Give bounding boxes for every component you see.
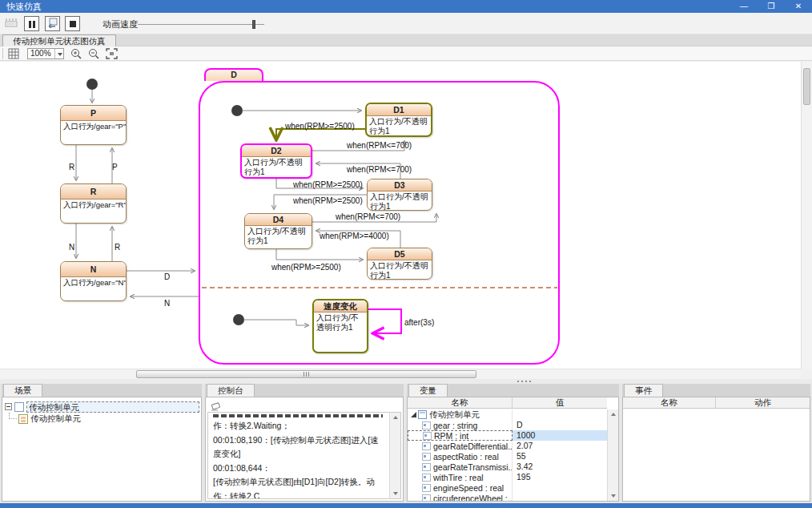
state-p-entry: 入口行为/gear="P"	[61, 121, 126, 132]
transition-label-d-n: N	[164, 299, 170, 308]
zoom-level-value: 100%	[30, 49, 51, 58]
variable-row[interactable]: aspectRatio : real 55	[408, 451, 607, 462]
grid-toggle-button[interactable]	[8, 48, 19, 62]
vertical-scroll-thumb[interactable]	[803, 68, 810, 105]
state-d4-entry: 入口行为/不透明行为1	[245, 226, 312, 246]
state-p-title: P	[61, 106, 126, 121]
tab-statechart-simulation[interactable]: 传动控制单元状态图仿真	[2, 34, 116, 46]
bottom-panels: 场景 传动控制单元 传动控制单元 控制台	[0, 384, 812, 503]
console-scrollbar[interactable]	[389, 413, 400, 498]
field-icon	[422, 421, 431, 429]
eraser-icon	[211, 402, 222, 411]
state-d2[interactable]: D2 入口行为/不透明行为1	[240, 143, 312, 179]
console-panel: 控制台 作：转换2.Waiting； 00:01:08,190：[传动控制单元状…	[205, 384, 404, 503]
state-d3[interactable]: D3 入口行为/不透明行为1	[367, 179, 432, 211]
run-button[interactable]	[3, 16, 18, 31]
scroll-up-icon[interactable]	[611, 413, 616, 416]
scroll-up-icon[interactable]	[393, 416, 398, 419]
close-button[interactable]: ✕	[788, 0, 809, 13]
transition-label-d1-d2: when(RPM>=2500)	[285, 122, 355, 131]
transition-label-d5-d4: when(RPM>=4000)	[320, 232, 389, 240]
step-button[interactable]	[45, 16, 60, 31]
stop-button[interactable]	[65, 16, 80, 31]
toolbar-divider	[2, 48, 3, 59]
main-toolbar: 动画速度	[0, 13, 812, 34]
scene-panel: 场景 传动控制单元 传动控制单元	[2, 384, 202, 503]
state-d5[interactable]: D5 入口行为/不透明行为1	[367, 248, 432, 280]
zoom-in-button[interactable]	[70, 48, 82, 62]
tab-events[interactable]: 事件	[624, 384, 663, 397]
titlebar: 快速仿真 — ❐ ✕	[0, 0, 812, 13]
events-header: 名称 动作	[623, 397, 810, 409]
variables-scrollbar[interactable]	[607, 409, 618, 501]
zoom-out-icon	[88, 48, 99, 59]
field-icon	[422, 484, 431, 492]
splitter-grip-icon	[517, 381, 531, 382]
transition-label-d4-d3: when(RPM<=700)	[336, 212, 400, 221]
state-n[interactable]: N 入口行为/gear="N"	[60, 261, 127, 301]
variable-row[interactable]: gearRateTransmissi... 3.42	[408, 462, 607, 472]
tab-scene[interactable]: 场景	[3, 384, 42, 397]
variable-row[interactable]: circuferenceWheel :...	[408, 493, 607, 501]
state-r[interactable]: R 入口行为/gear="R"	[60, 183, 127, 224]
tab-console[interactable]: 控制台	[207, 384, 255, 397]
state-speed-change-title: 速度变化	[314, 300, 367, 312]
console-log: 作：转换2.Waiting； 00:01:08,190：[传动控制单元状态图]进…	[208, 413, 389, 498]
state-d1[interactable]: D1 入口行为/不透明行为1	[365, 103, 432, 137]
state-d2-entry: 入口行为/不透明行为1	[242, 157, 311, 177]
variable-root-label: 传动控制单元	[429, 409, 480, 420]
horizontal-scroll-thumb[interactable]	[136, 370, 476, 378]
transition-label-d2-d3: when(RPM>=2500)	[293, 180, 363, 189]
state-d5-title: D5	[368, 248, 432, 260]
state-d3-title: D3	[368, 179, 432, 192]
variable-row[interactable]: engineSpeed : real	[408, 482, 607, 493]
fit-to-window-button[interactable]	[106, 48, 118, 62]
canvas-horizontal-scrollbar[interactable]	[0, 369, 801, 379]
scene-tree-child-label: 传动控制单元	[30, 413, 81, 425]
collapse-icon[interactable]	[5, 403, 12, 410]
speed-slider-thumb[interactable]	[252, 20, 255, 29]
field-icon	[422, 494, 431, 502]
zoom-in-icon	[70, 48, 82, 59]
variable-row-selected[interactable]: RPM : int 1000	[408, 430, 607, 441]
scene-tree-root[interactable]: 传动控制单元	[2, 401, 201, 413]
animation-speed-label: 动画速度	[103, 18, 138, 30]
tree-connector	[9, 413, 17, 419]
fit-to-window-icon	[106, 48, 118, 59]
log-line: 作：转换2.Waiting；	[213, 419, 384, 433]
diagram-canvas[interactable]: D P 入口行为/gear="P" R 入口行为/gear="R" N 入口行为…	[0, 62, 801, 369]
scene-tree-child[interactable]: 传动控制单元	[2, 413, 201, 425]
expand-triangle-icon[interactable]	[411, 412, 416, 417]
variable-row-root[interactable]: 传动控制单元	[408, 409, 607, 420]
field-icon	[422, 442, 431, 450]
pause-button[interactable]	[24, 16, 39, 31]
state-n-entry: 入口行为/gear="N"	[61, 277, 126, 288]
variable-row[interactable]: withTire : real 195	[408, 472, 607, 482]
events-panel: 事件 名称 动作	[622, 384, 810, 503]
speed-slider-track[interactable]	[138, 24, 264, 25]
zoom-level-select[interactable]: 100%	[27, 48, 64, 59]
tab-variables[interactable]: 变量	[408, 384, 448, 397]
variable-row[interactable]: gearRateDifferential.. 2.07	[408, 441, 607, 451]
scroll-down-icon[interactable]	[611, 494, 616, 498]
events-col-action: 动作	[716, 397, 810, 408]
state-d-tab[interactable]: D	[204, 68, 263, 81]
scroll-down-icon[interactable]	[393, 492, 398, 495]
restore-button[interactable]: ❐	[761, 0, 782, 13]
minimize-button[interactable]: —	[734, 0, 754, 13]
transition-label-d2-d1: when(RPM<=700)	[347, 141, 412, 150]
transition-label-p-r: R	[69, 163, 74, 171]
field-icon	[422, 463, 431, 471]
state-d1-title: D1	[367, 104, 431, 116]
stop-icon	[70, 21, 76, 27]
state-n-title: N	[61, 262, 126, 277]
variables-col-name: 名称	[408, 397, 513, 408]
canvas-vertical-scrollbar[interactable]	[801, 62, 812, 369]
state-d4-title: D4	[245, 214, 312, 226]
state-speed-change[interactable]: 速度变化 入口行为/不透明行为1	[312, 299, 368, 353]
window-title: 快速仿真	[6, 1, 42, 13]
variable-row[interactable]: gear : string D	[408, 420, 607, 430]
zoom-out-button[interactable]	[88, 48, 99, 62]
state-d4[interactable]: D4 入口行为/不透明行为1	[244, 213, 312, 249]
state-p[interactable]: P 入口行为/gear="P"	[60, 105, 127, 145]
